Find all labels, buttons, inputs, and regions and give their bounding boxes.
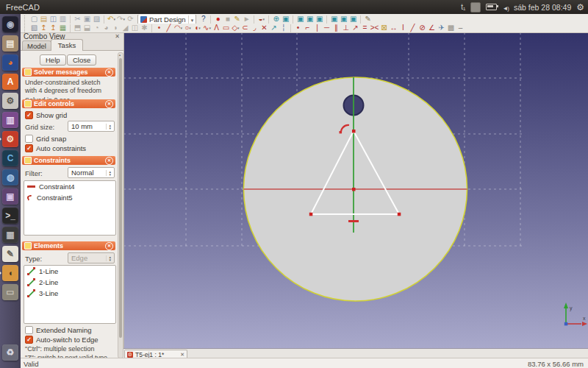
constrain-equal-icon[interactable]: = xyxy=(360,24,370,32)
filter-combobox[interactable]: Normal xyxy=(68,167,115,178)
macro-play-icon[interactable]: ► xyxy=(242,15,251,24)
constrain-point-on-object-icon[interactable]: ⌐ xyxy=(303,24,312,32)
origin-point[interactable] xyxy=(352,188,356,191)
constrain-horizontal-icon[interactable]: ─ xyxy=(322,24,331,32)
app-menu-title[interactable]: FreeCAD xyxy=(6,3,40,12)
auto-constraints-row[interactable]: Auto constraints xyxy=(25,144,86,152)
workbench-selector[interactable]: Part Design xyxy=(137,15,196,24)
macro-edit-icon[interactable]: ✎ xyxy=(232,15,242,24)
launcher-gimp-icon[interactable]: ◖ xyxy=(2,265,18,281)
fillet-feature-icon[interactable]: ◗ xyxy=(111,24,121,32)
constrain-lock-icon[interactable]: ⊠ xyxy=(379,24,389,32)
axonometric-view-icon[interactable]: ▣ xyxy=(281,15,290,24)
create-arc-icon[interactable]: ◠▾ xyxy=(173,24,183,32)
launcher-media-player-icon[interactable]: ▣ xyxy=(2,188,18,205)
constrain-parallel-icon[interactable]: ∥ xyxy=(331,24,341,32)
toggle-construction-icon[interactable]: ╎ xyxy=(279,24,288,32)
print-icon[interactable]: ▥ xyxy=(58,15,68,24)
create-bspline-icon[interactable]: ∿▾ xyxy=(202,24,212,32)
spinner-arrows-icon[interactable] xyxy=(106,124,111,130)
cut-icon[interactable]: ✂ xyxy=(73,15,82,24)
3d-viewport[interactable]: y x xyxy=(123,32,588,348)
downgrade-icon[interactable]: ↥ xyxy=(49,24,58,32)
launcher-system-settings-icon[interactable]: ⚙ xyxy=(2,93,18,109)
refresh-icon[interactable]: ⟳ xyxy=(126,15,135,24)
launcher-software-center-icon[interactable]: A xyxy=(2,74,18,90)
input-method-icon[interactable] xyxy=(470,2,481,13)
launcher-dash-home-icon[interactable]: ◉ xyxy=(2,16,18,32)
bottom-view-icon[interactable]: ▣ xyxy=(339,15,348,24)
launcher-file-manager-icon[interactable]: ▤ xyxy=(2,35,18,52)
constraints-header[interactable]: Constraints xyxy=(22,156,115,165)
grid-snap-row[interactable]: Grid snap xyxy=(25,135,66,143)
pocket-icon[interactable]: ⬓ xyxy=(82,24,92,32)
toolbar-overflow-icon[interactable]: ‒ xyxy=(456,24,465,32)
launcher-text-editor-icon[interactable]: ✎ xyxy=(2,246,18,262)
launcher-purple-utility-icon[interactable]: ▥ xyxy=(2,112,18,128)
vertex-bottom-left[interactable] xyxy=(309,213,313,216)
tab-tasks[interactable]: Tasks xyxy=(51,39,83,51)
launcher-firefox-icon[interactable]: ◕ xyxy=(2,54,18,71)
constraint-item[interactable]: Constraint4 xyxy=(24,181,115,192)
auto-switch-checkbox[interactable] xyxy=(25,336,33,344)
create-fillet-icon[interactable]: ◞ xyxy=(250,24,259,32)
macro-stop-icon[interactable]: ■ xyxy=(223,15,232,24)
battery-icon[interactable] xyxy=(486,4,497,10)
session-menu-icon[interactable] xyxy=(576,2,584,13)
whats-this-icon[interactable]: ? xyxy=(198,15,208,24)
panel-close-icon[interactable] xyxy=(113,32,121,40)
trim-edge-icon[interactable]: ✕ xyxy=(259,24,269,32)
upgrade-icon[interactable]: ↥ xyxy=(39,24,49,32)
save-document-icon[interactable]: ◫ xyxy=(49,15,58,24)
clock[interactable]: sáb feb 28 08:49 xyxy=(514,3,571,12)
top-view-icon[interactable]: ▣ xyxy=(305,15,315,24)
create-slot-icon[interactable]: ⊂ xyxy=(240,24,250,32)
left-view-icon[interactable]: ▣ xyxy=(348,15,358,24)
launcher-chromium-icon[interactable]: C xyxy=(2,150,18,166)
panel-scrollbar[interactable] xyxy=(118,52,123,358)
open-document-icon[interactable]: ▤ xyxy=(39,15,49,24)
constraint-item[interactable]: Constraint5 xyxy=(24,192,115,203)
copy-icon[interactable]: ▣ xyxy=(82,15,92,24)
combo-arrows-icon[interactable] xyxy=(106,170,111,176)
element-item[interactable]: 2-Line xyxy=(24,277,115,288)
volume-icon[interactable] xyxy=(502,3,509,12)
edit-controls-header[interactable]: Edit controls xyxy=(22,99,115,108)
collapse-icon[interactable] xyxy=(105,157,113,165)
launcher-inactive-app-icon[interactable]: ▭ xyxy=(2,284,18,300)
constrain-radius-icon[interactable]: ⊘ xyxy=(417,24,427,32)
help-button[interactable]: Help xyxy=(40,54,66,66)
create-rectangle-icon[interactable]: ▭ xyxy=(221,24,231,32)
paste-icon[interactable]: ▨ xyxy=(92,15,101,24)
constrain-vertical-icon[interactable]: | xyxy=(312,24,322,32)
create-point-icon[interactable]: • xyxy=(154,24,164,32)
auto-constraints-checkbox[interactable] xyxy=(25,144,33,152)
launcher-web-browser-icon[interactable]: ◍ xyxy=(2,169,18,185)
sketch-view-icon[interactable]: ✎ xyxy=(363,15,373,24)
constrain-coincident-icon[interactable]: • xyxy=(293,24,303,32)
constrain-internal-alignment-icon[interactable]: ▩ xyxy=(446,24,456,32)
draw-style-icon[interactable]: ◒▾ xyxy=(257,15,266,24)
scrollbar-thumb[interactable] xyxy=(119,58,122,338)
constrain-distance-icon[interactable]: ╱ xyxy=(408,24,417,32)
constrain-perpendicular-icon[interactable]: ⊥ xyxy=(341,24,351,32)
vertex-bottom-right[interactable] xyxy=(398,213,401,216)
rear-view-icon[interactable]: ▣ xyxy=(329,15,339,24)
create-line-icon[interactable]: ╱ xyxy=(164,24,173,32)
constrain-tangent-icon[interactable]: ↗ xyxy=(351,24,360,32)
launcher-terminal-icon[interactable]: >_ xyxy=(2,208,18,224)
grid-snap-checkbox[interactable] xyxy=(25,135,33,143)
elements-header[interactable]: Elements xyxy=(22,241,115,250)
revolve-icon[interactable]: ◔ xyxy=(92,24,101,32)
front-view-icon[interactable]: ▣ xyxy=(295,15,305,24)
vertex-apex[interactable] xyxy=(352,130,356,133)
constrain-h-distance-icon[interactable]: ↔ xyxy=(389,24,398,32)
right-view-icon[interactable]: ▣ xyxy=(315,15,324,24)
collapse-icon[interactable] xyxy=(105,68,113,77)
fit-all-icon[interactable]: ⊕ xyxy=(271,15,281,24)
collapse-icon[interactable] xyxy=(105,100,113,108)
solver-messages-header[interactable]: Solver messages xyxy=(22,68,115,77)
image-plane-icon[interactable]: ▦ xyxy=(58,24,68,32)
pattern-icon[interactable]: ✱ xyxy=(140,24,149,32)
create-polygon-icon[interactable]: ◇▾ xyxy=(231,24,240,32)
